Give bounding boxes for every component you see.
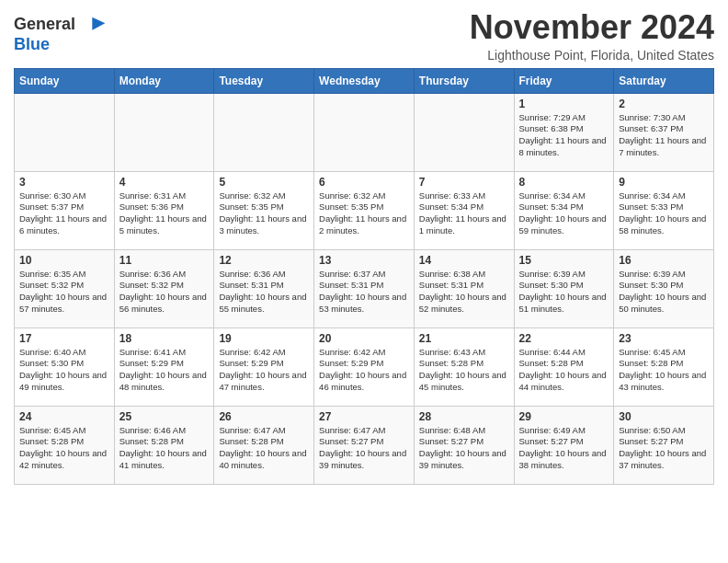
day-number: 3 — [19, 176, 109, 189]
day-number: 4 — [119, 176, 210, 189]
calendar-cell: 18Sunrise: 6:41 AM Sunset: 5:29 PM Dayli… — [114, 327, 214, 406]
day-info: Sunrise: 6:37 AM Sunset: 5:31 PM Dayligh… — [319, 269, 409, 316]
day-info: Sunrise: 6:43 AM Sunset: 5:28 PM Dayligh… — [419, 347, 509, 394]
calendar-cell: 12Sunrise: 6:36 AM Sunset: 5:31 PM Dayli… — [214, 249, 314, 327]
logo-icon — [84, 13, 109, 39]
calendar-cell: 19Sunrise: 6:42 AM Sunset: 5:29 PM Dayli… — [214, 327, 314, 406]
calendar-cell: 22Sunrise: 6:44 AM Sunset: 5:28 PM Dayli… — [514, 327, 614, 406]
title-block: November 2024 Lighthouse Point, Florida,… — [470, 9, 714, 63]
calendar-table: SundayMondayTuesdayWednesdayThursdayFrid… — [14, 68, 714, 485]
location-subtitle: Lighthouse Point, Florida, United States — [470, 48, 714, 63]
day-number: 12 — [219, 254, 309, 267]
calendar-cell: 25Sunrise: 6:46 AM Sunset: 5:28 PM Dayli… — [114, 406, 214, 484]
day-number: 29 — [519, 410, 609, 423]
day-number: 2 — [619, 98, 709, 110]
calendar-cell — [414, 93, 514, 171]
weekday-header-sunday: Sunday — [15, 68, 115, 93]
day-info: Sunrise: 6:30 AM Sunset: 5:37 PM Dayligh… — [19, 190, 109, 237]
calendar-cell: 17Sunrise: 6:40 AM Sunset: 5:30 PM Dayli… — [15, 327, 115, 406]
calendar-cell: 21Sunrise: 6:43 AM Sunset: 5:28 PM Dayli… — [414, 327, 514, 406]
day-number: 7 — [419, 176, 509, 189]
day-number: 6 — [319, 176, 409, 189]
calendar-cell: 9Sunrise: 6:34 AM Sunset: 5:33 PM Daylig… — [614, 171, 714, 249]
day-number: 21 — [419, 332, 509, 345]
day-number: 10 — [19, 254, 109, 267]
day-number: 18 — [119, 332, 210, 345]
calendar-week-row: 10Sunrise: 6:35 AM Sunset: 5:32 PM Dayli… — [15, 249, 714, 327]
day-number: 16 — [619, 254, 709, 267]
calendar-cell: 27Sunrise: 6:47 AM Sunset: 5:27 PM Dayli… — [314, 406, 415, 484]
day-number: 22 — [519, 332, 609, 345]
day-info: Sunrise: 6:32 AM Sunset: 5:35 PM Dayligh… — [219, 190, 309, 237]
day-number: 30 — [619, 410, 709, 423]
day-number: 5 — [219, 176, 309, 189]
day-number: 8 — [519, 176, 609, 189]
calendar-cell: 4Sunrise: 6:31 AM Sunset: 5:36 PM Daylig… — [114, 171, 214, 249]
weekday-header-friday: Friday — [514, 68, 614, 93]
day-info: Sunrise: 6:36 AM Sunset: 5:32 PM Dayligh… — [119, 269, 210, 316]
calendar-cell: 26Sunrise: 6:47 AM Sunset: 5:28 PM Dayli… — [214, 406, 314, 484]
day-info: Sunrise: 6:33 AM Sunset: 5:34 PM Dayligh… — [419, 190, 509, 237]
day-number: 17 — [19, 332, 109, 345]
svg-marker-0 — [92, 17, 105, 30]
day-info: Sunrise: 6:41 AM Sunset: 5:29 PM Dayligh… — [119, 347, 210, 394]
calendar-cell: 10Sunrise: 6:35 AM Sunset: 5:32 PM Dayli… — [15, 249, 115, 327]
weekday-header-thursday: Thursday — [414, 68, 514, 93]
day-info: Sunrise: 6:50 AM Sunset: 5:27 PM Dayligh… — [619, 425, 709, 472]
calendar-cell: 1Sunrise: 7:29 AM Sunset: 6:38 PM Daylig… — [514, 93, 614, 171]
day-info: Sunrise: 6:36 AM Sunset: 5:31 PM Dayligh… — [219, 269, 309, 316]
day-number: 24 — [19, 410, 109, 423]
calendar-cell: 13Sunrise: 6:37 AM Sunset: 5:31 PM Dayli… — [314, 249, 415, 327]
day-number: 25 — [119, 410, 210, 423]
day-info: Sunrise: 6:44 AM Sunset: 5:28 PM Dayligh… — [519, 347, 609, 394]
day-number: 26 — [219, 410, 309, 423]
day-number: 27 — [319, 410, 409, 423]
calendar-cell — [214, 93, 314, 171]
day-number: 15 — [519, 254, 609, 267]
day-info: Sunrise: 6:34 AM Sunset: 5:34 PM Dayligh… — [519, 190, 609, 237]
calendar-cell: 5Sunrise: 6:32 AM Sunset: 5:35 PM Daylig… — [214, 171, 314, 249]
day-info: Sunrise: 6:42 AM Sunset: 5:29 PM Dayligh… — [319, 347, 409, 394]
weekday-header-tuesday: Tuesday — [214, 68, 314, 93]
calendar-cell: 30Sunrise: 6:50 AM Sunset: 5:27 PM Dayli… — [614, 406, 714, 484]
day-info: Sunrise: 6:34 AM Sunset: 5:33 PM Dayligh… — [619, 190, 709, 237]
calendar-cell: 28Sunrise: 6:48 AM Sunset: 5:27 PM Dayli… — [414, 406, 514, 484]
day-info: Sunrise: 6:46 AM Sunset: 5:28 PM Dayligh… — [119, 425, 210, 472]
day-number: 13 — [319, 254, 409, 267]
calendar-header-row: SundayMondayTuesdayWednesdayThursdayFrid… — [15, 68, 714, 93]
day-info: Sunrise: 6:47 AM Sunset: 5:28 PM Dayligh… — [219, 425, 309, 472]
calendar-cell — [114, 93, 214, 171]
day-info: Sunrise: 6:45 AM Sunset: 5:28 PM Dayligh… — [19, 425, 109, 472]
calendar-cell: 16Sunrise: 6:39 AM Sunset: 5:30 PM Dayli… — [614, 249, 714, 327]
day-info: Sunrise: 6:35 AM Sunset: 5:32 PM Dayligh… — [19, 269, 109, 316]
calendar-week-row: 1Sunrise: 7:29 AM Sunset: 6:38 PM Daylig… — [15, 93, 714, 171]
day-info: Sunrise: 6:47 AM Sunset: 5:27 PM Dayligh… — [319, 425, 409, 472]
calendar-cell: 14Sunrise: 6:38 AM Sunset: 5:31 PM Dayli… — [414, 249, 514, 327]
calendar-cell: 11Sunrise: 6:36 AM Sunset: 5:32 PM Dayli… — [114, 249, 214, 327]
day-number: 28 — [419, 410, 509, 423]
day-number: 11 — [119, 254, 210, 267]
calendar-cell: 24Sunrise: 6:45 AM Sunset: 5:28 PM Dayli… — [15, 406, 115, 484]
calendar-week-row: 24Sunrise: 6:45 AM Sunset: 5:28 PM Dayli… — [15, 406, 714, 484]
day-number: 14 — [419, 254, 509, 267]
calendar-week-row: 17Sunrise: 6:40 AM Sunset: 5:30 PM Dayli… — [15, 327, 714, 406]
calendar-body: 1Sunrise: 7:29 AM Sunset: 6:38 PM Daylig… — [15, 93, 714, 484]
day-info: Sunrise: 6:42 AM Sunset: 5:29 PM Dayligh… — [219, 347, 309, 394]
calendar-cell: 29Sunrise: 6:49 AM Sunset: 5:27 PM Dayli… — [514, 406, 614, 484]
calendar-cell: 20Sunrise: 6:42 AM Sunset: 5:29 PM Dayli… — [314, 327, 415, 406]
day-info: Sunrise: 6:49 AM Sunset: 5:27 PM Dayligh… — [519, 425, 609, 472]
weekday-header-monday: Monday — [114, 68, 214, 93]
page-header: General Blue November 2024 Lighthouse Po… — [14, 9, 714, 63]
calendar-cell: 6Sunrise: 6:32 AM Sunset: 5:35 PM Daylig… — [314, 171, 415, 249]
day-number: 23 — [619, 332, 709, 345]
day-info: Sunrise: 6:32 AM Sunset: 5:35 PM Dayligh… — [319, 190, 409, 237]
logo: General Blue — [14, 13, 109, 54]
weekday-header-wednesday: Wednesday — [314, 68, 415, 93]
calendar-cell: 2Sunrise: 7:30 AM Sunset: 6:37 PM Daylig… — [614, 93, 714, 171]
day-info: Sunrise: 6:39 AM Sunset: 5:30 PM Dayligh… — [619, 269, 709, 316]
day-info: Sunrise: 6:38 AM Sunset: 5:31 PM Dayligh… — [419, 269, 509, 316]
day-number: 20 — [319, 332, 409, 345]
calendar-cell: 8Sunrise: 6:34 AM Sunset: 5:34 PM Daylig… — [514, 171, 614, 249]
day-info: Sunrise: 6:39 AM Sunset: 5:30 PM Dayligh… — [519, 269, 609, 316]
day-info: Sunrise: 7:29 AM Sunset: 6:38 PM Dayligh… — [519, 112, 609, 159]
